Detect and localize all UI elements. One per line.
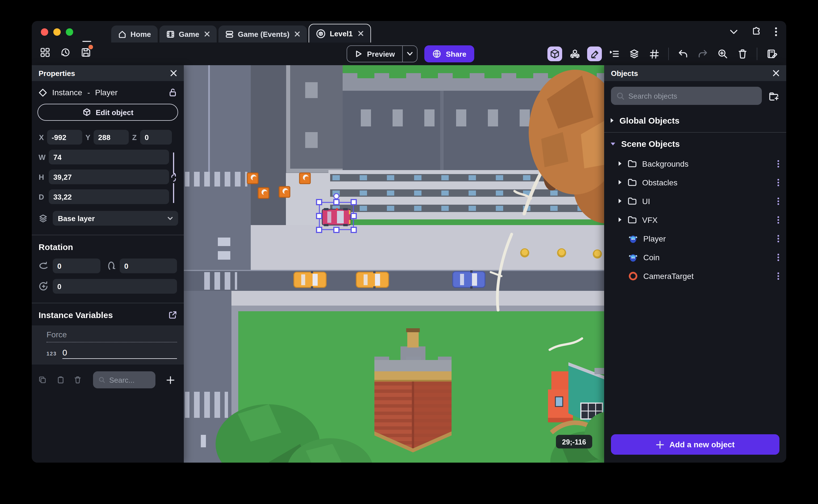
edit-object-button[interactable]: Edit object [37, 104, 178, 121]
chevron-down-icon[interactable] [730, 29, 738, 34]
edit-mode-toggle[interactable] [587, 46, 602, 61]
scene-properties-icon[interactable] [764, 46, 779, 61]
layers-panel-icon[interactable] [627, 46, 642, 61]
obstacle-box[interactable] [258, 188, 269, 198]
layers-icon [629, 49, 639, 59]
kebab-menu-icon[interactable] [775, 27, 777, 36]
row-menu-kebab-icon[interactable] [776, 158, 781, 169]
copy-icon[interactable] [39, 375, 46, 384]
rotation-z-value: 0 [57, 282, 61, 291]
close-objects-button[interactable] [773, 70, 779, 77]
z-value: 0 [145, 133, 149, 141]
x-input[interactable]: -992 [47, 130, 82, 145]
objects-mode-icon[interactable] [567, 46, 582, 61]
folder-row-obstacles[interactable]: Obstacles [604, 173, 786, 192]
preview-options-arrow[interactable] [402, 46, 417, 62]
objects-search-input[interactable] [628, 92, 756, 100]
folder-row-ui[interactable]: UI [604, 192, 786, 210]
object-row-player[interactable]: Player [604, 229, 786, 248]
preview-button-main[interactable]: Preview [347, 46, 402, 62]
share-button[interactable]: Share [424, 45, 474, 62]
global-objects-section[interactable]: Global Objects [604, 109, 786, 131]
yellow-taxi[interactable] [294, 271, 326, 289]
obstacle-box[interactable] [247, 173, 258, 184]
delete-button[interactable] [735, 46, 750, 61]
obstacle-box[interactable] [299, 173, 310, 184]
row-menu-kebab-icon[interactable] [776, 177, 781, 187]
width-input[interactable]: 74 [49, 150, 169, 164]
instruction-list-icon[interactable] [607, 46, 622, 61]
tab-level1[interactable]: Level1 [309, 24, 371, 43]
open-project-manager-icon[interactable] [40, 47, 50, 58]
row-menu-kebab-icon[interactable] [776, 271, 781, 281]
zoom-button[interactable] [715, 46, 730, 61]
blue-car[interactable] [453, 270, 485, 289]
rotation-x-input[interactable]: 0 [53, 259, 100, 273]
yellow-taxi[interactable] [356, 271, 388, 289]
scene-canvas[interactable]: 29;-116 [184, 65, 604, 463]
undo-button[interactable] [676, 46, 690, 61]
add-new-object-button[interactable]: Add a new object [611, 434, 779, 455]
add-folder-icon[interactable] [768, 90, 779, 101]
car-body[interactable] [322, 208, 350, 226]
close-window-icon[interactable] [41, 28, 48, 36]
height-input[interactable]: 39,27 [49, 170, 169, 184]
variables-search-input[interactable] [109, 376, 150, 384]
toolbar-separator [668, 48, 669, 60]
close-icon[interactable] [358, 31, 363, 36]
variable-row-force[interactable]: Force 123 0 [32, 325, 184, 365]
preview-button[interactable]: Preview [346, 45, 418, 62]
position-row: X -992 Y 288 Z 0 [32, 121, 184, 145]
grid-toggle-icon[interactable] [647, 46, 661, 61]
object-row-cameratarget[interactable]: CameraTarget [604, 266, 786, 285]
row-menu-kebab-icon[interactable] [776, 233, 781, 243]
add-variable-button[interactable] [166, 376, 175, 384]
instance-type-label: Instance [52, 88, 82, 97]
sidewalk [231, 291, 604, 307]
tab-game-events[interactable]: Game (Events) [219, 26, 307, 43]
row-menu-kebab-icon[interactable] [776, 215, 781, 225]
objects-header: Objects [604, 65, 786, 81]
folder-row-vfx[interactable]: VFX [604, 210, 786, 229]
rotation-z-input[interactable]: 0 [53, 279, 177, 294]
coin[interactable] [557, 248, 566, 257]
close-icon[interactable] [295, 31, 300, 37]
objects-search[interactable] [611, 87, 762, 105]
object-row-coin[interactable]: Coin [604, 248, 786, 266]
paste-icon[interactable] [57, 375, 64, 384]
3d-view-toggle[interactable] [548, 46, 562, 61]
extension-puzzle-icon[interactable] [752, 27, 761, 36]
folder-row-backgrounds[interactable]: Backgrounds [604, 154, 786, 173]
tab-game[interactable]: Game [159, 26, 217, 43]
coin[interactable] [593, 249, 602, 259]
rotation-y-input[interactable]: 0 [120, 259, 177, 273]
row-menu-kebab-icon[interactable] [776, 252, 781, 262]
minimize-window-icon[interactable] [53, 28, 61, 36]
variable-name[interactable]: Force [46, 330, 177, 342]
variable-value-input[interactable]: 0 [62, 348, 177, 359]
close-properties-button[interactable] [170, 70, 177, 77]
save-icon[interactable] [81, 47, 91, 58]
zoom-window-icon[interactable] [66, 28, 73, 36]
history-icon[interactable] [60, 47, 71, 58]
trash-icon[interactable] [75, 375, 81, 384]
keep-ratio-link[interactable] [170, 153, 177, 203]
y-input[interactable]: 288 [94, 130, 129, 145]
scene-objects-section[interactable]: Scene Objects [604, 133, 786, 154]
row-menu-kebab-icon[interactable] [776, 196, 781, 206]
layer-select[interactable]: Base layer [53, 211, 178, 226]
redo-button[interactable] [696, 46, 710, 61]
variables-search[interactable] [93, 371, 156, 388]
lock-instance-button[interactable] [168, 88, 177, 97]
cursor-coordinates: 29;-116 [562, 438, 586, 446]
open-variables-editor-button[interactable] [168, 311, 177, 319]
tab-home[interactable]: Home [111, 26, 158, 43]
coin[interactable] [520, 248, 529, 257]
z-input[interactable]: 0 [140, 130, 172, 145]
close-icon[interactable] [204, 31, 210, 37]
tab-label: Home [130, 30, 151, 38]
depth-input[interactable]: 33,22 [49, 189, 169, 204]
obstacle-box[interactable] [279, 187, 290, 197]
chevron-down-icon [610, 141, 616, 146]
rotation-handle[interactable] [334, 194, 339, 199]
